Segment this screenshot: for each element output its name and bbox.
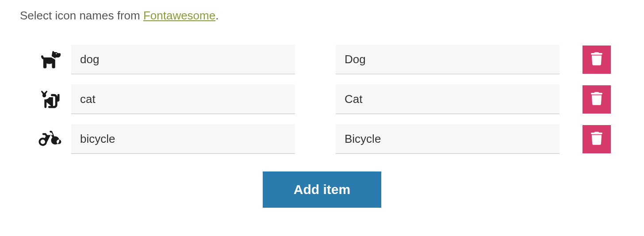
icon-label-input[interactable] — [336, 124, 560, 154]
trash-icon — [591, 92, 602, 107]
trash-icon — [591, 52, 602, 67]
item-row — [33, 124, 611, 154]
add-item-button[interactable]: Add item — [263, 171, 381, 208]
delete-button[interactable] — [583, 125, 611, 153]
icon-name-input[interactable] — [71, 45, 295, 74]
icon-name-input[interactable] — [71, 84, 295, 114]
description-text: Select icon names from Fontawesome. — [20, 9, 624, 23]
description-prefix: Select icon names from — [20, 9, 143, 22]
delete-button[interactable] — [583, 85, 611, 114]
fontawesome-link[interactable]: Fontawesome — [143, 9, 215, 22]
icon-label-input[interactable] — [336, 45, 560, 74]
cat-icon — [33, 90, 69, 109]
trash-icon — [591, 132, 602, 146]
item-row — [33, 84, 611, 114]
icon-label-input[interactable] — [336, 84, 560, 114]
description-suffix: . — [215, 9, 218, 22]
item-row — [33, 45, 611, 74]
dog-icon — [33, 50, 69, 69]
items-list: Add item — [20, 45, 624, 208]
delete-button[interactable] — [583, 46, 611, 74]
bicycle-icon — [33, 129, 69, 149]
icon-name-input[interactable] — [71, 124, 295, 154]
